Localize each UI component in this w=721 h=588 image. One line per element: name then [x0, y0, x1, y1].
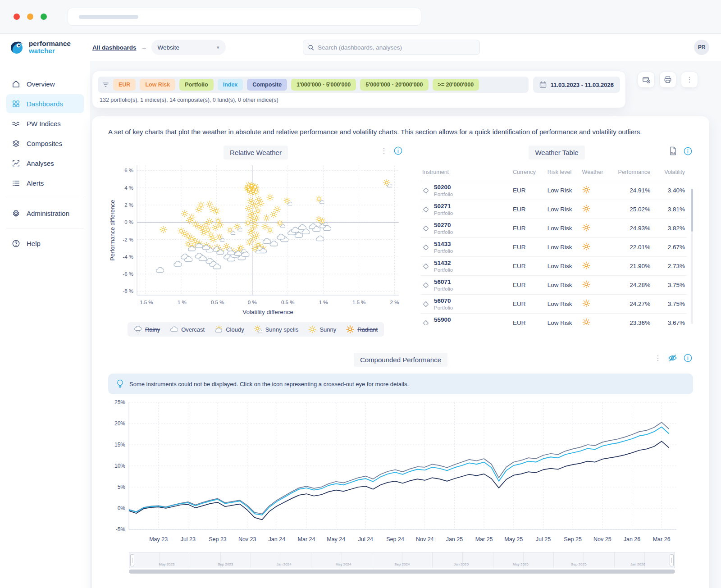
- brush-handle-right[interactable]: [670, 554, 674, 566]
- weather-point-sunny[interactable]: [217, 222, 224, 228]
- info-icon[interactable]: [394, 146, 402, 155]
- filter-chip-low-risk[interactable]: Low Risk: [140, 79, 175, 91]
- weather-point-sunny[interactable]: [262, 223, 269, 230]
- filter-chips-bar[interactable]: EURLow RiskPortfolioIndexComposite1'000'…: [98, 77, 529, 93]
- weather-point-sunny[interactable]: [206, 218, 213, 225]
- weather-point-sunny[interactable]: [187, 217, 193, 224]
- info-icon[interactable]: [684, 354, 692, 362]
- weather-point-sunny[interactable]: [267, 194, 274, 201]
- weather-table-scroll-area[interactable]: InstrumentCurrencyRisk levelWeatherPerfo…: [420, 166, 693, 325]
- minimize-window-button[interactable]: [27, 14, 33, 20]
- relative-weather-chart[interactable]: 6 %4 %2 %0 %-2 %-4 %-6 %-8 %-1.5 %-1 %-0…: [108, 160, 403, 317]
- weather-point-sunny[interactable]: [205, 227, 212, 233]
- weather-point-sunny[interactable]: [210, 236, 217, 243]
- info-icon[interactable]: [684, 147, 692, 155]
- weather-point-sunny-spells[interactable]: [224, 243, 232, 251]
- weather-point-overcast[interactable]: [156, 267, 164, 272]
- table-row[interactable]: 55900PortfolioEURLow Risk23.36%3.67%: [420, 314, 687, 325]
- weather-point-sunny[interactable]: [255, 208, 261, 214]
- breadcrumb-all-dashboards[interactable]: All dashboards: [92, 44, 137, 51]
- weather-point-sunny[interactable]: [160, 226, 167, 233]
- print-button[interactable]: [659, 72, 676, 88]
- weather-point-sunny[interactable]: [181, 210, 188, 217]
- table-row[interactable]: 51432PortfolioEURLow Risk21.90%2.73%: [420, 257, 687, 276]
- column-header-weather[interactable]: Weather: [580, 166, 612, 181]
- weather-point-sunny[interactable]: [206, 201, 213, 208]
- weather-point-overcast[interactable]: [316, 236, 324, 241]
- series-lower-band[interactable]: [129, 441, 669, 520]
- eye-off-icon[interactable]: [668, 354, 677, 362]
- weather-point-sunny-spells[interactable]: [383, 179, 392, 187]
- legend-item-cloudy[interactable]: Cloudy: [214, 325, 244, 333]
- series-upper-band[interactable]: [129, 422, 669, 514]
- weather-point-sunny[interactable]: [263, 214, 270, 221]
- legend-item-sunny-spells[interactable]: Sunny spells: [254, 325, 299, 333]
- sidebar-item-administration[interactable]: Administration: [6, 204, 84, 223]
- sidebar-item-analyses[interactable]: Analyses: [6, 154, 84, 173]
- sidebar-item-dashboards[interactable]: Dashboards: [6, 94, 84, 113]
- more-options-button[interactable]: ⋮: [681, 72, 698, 88]
- legend-item-sunny[interactable]: Sunny: [308, 325, 336, 333]
- weather-point-sunny[interactable]: [247, 213, 254, 220]
- sidebar-item-alerts[interactable]: Alerts: [6, 173, 84, 192]
- weather-point-overcast[interactable]: [292, 227, 299, 232]
- weather-point-sunny-spells[interactable]: [227, 227, 236, 235]
- sidebar-item-help[interactable]: Help: [6, 234, 84, 253]
- column-header-risk-level[interactable]: Risk level: [546, 166, 580, 181]
- global-search[interactable]: [303, 40, 480, 55]
- filter-icon[interactable]: [102, 82, 109, 88]
- weather-point-sunny[interactable]: [245, 220, 251, 227]
- filter-chip-composite[interactable]: Composite: [247, 79, 287, 91]
- weather-point-cloudy[interactable]: [202, 242, 210, 250]
- filter-chip-portfolio[interactable]: Portfolio: [179, 79, 213, 91]
- filter-chip-1-000-000-5-000-000[interactable]: 1'000'000 - 5'000'000: [291, 79, 356, 91]
- weather-point-sunny[interactable]: [251, 217, 257, 224]
- sidebar-item-overview[interactable]: Overview: [6, 74, 84, 93]
- weather-point-sunny-spells[interactable]: [277, 220, 285, 228]
- weather-point-sunny[interactable]: [252, 184, 259, 191]
- add-card-button[interactable]: [638, 72, 655, 88]
- zoom-window-button[interactable]: [41, 14, 47, 20]
- sidebar-item-composites[interactable]: Composites: [6, 134, 84, 153]
- relative-weather-menu-button[interactable]: ⋮: [380, 147, 388, 155]
- weather-point-sunny[interactable]: [214, 208, 220, 214]
- compounded-menu-button[interactable]: ⋮: [654, 355, 662, 362]
- filter-chip-5-000-000-20-000-000[interactable]: 5'000'000 - 20'000'000: [360, 79, 428, 91]
- weather-point-sunny[interactable]: [246, 239, 253, 246]
- column-header-volatility[interactable]: Volatility: [652, 166, 687, 181]
- horizontal-scrollbar[interactable]: [129, 570, 675, 574]
- legend-item-radiant[interactable]: Radiant: [346, 325, 378, 333]
- weather-point-sunny[interactable]: [247, 229, 254, 236]
- table-row[interactable]: 50200PortfolioEURLow Risk24.91%3.40%: [420, 181, 687, 200]
- legend-item-overcast[interactable]: Overcast: [170, 325, 205, 333]
- weather-point-sunny[interactable]: [212, 224, 219, 231]
- weather-point-sunny[interactable]: [267, 227, 274, 233]
- column-header-instrument[interactable]: Instrument: [420, 166, 511, 181]
- weather-point-sunny[interactable]: [246, 205, 252, 212]
- weather-point-sunny[interactable]: [251, 235, 257, 242]
- address-bar[interactable]: [68, 8, 421, 26]
- table-row[interactable]: 50271PortfolioEURLow Risk25.02%3.81%: [420, 200, 687, 219]
- weather-point-sunny[interactable]: [270, 211, 277, 218]
- weather-point-sunny[interactable]: [257, 200, 264, 207]
- time-range-brush[interactable]: May 2023Sep 2023Jan 2024May 2024Sep 2024…: [129, 552, 675, 568]
- weather-point-sunny[interactable]: [252, 189, 259, 196]
- sidebar-item-pw-indices[interactable]: PW Indices: [6, 114, 84, 133]
- weather-point-sunny-spells[interactable]: [284, 198, 292, 205]
- compounded-performance-chart[interactable]: 25%20%15%10%5%0%-5%May 23Jul 23Sep 23Nov…: [108, 398, 683, 547]
- weather-point-overcast[interactable]: [263, 238, 270, 243]
- table-row[interactable]: 56071PortfolioEURLow Risk24.28%3.75%: [420, 276, 687, 295]
- weather-point-sunny[interactable]: [198, 202, 205, 209]
- filter-chip--20-000-000[interactable]: >= 20'000'000: [433, 79, 479, 91]
- brand-logo[interactable]: performance watcher: [0, 40, 92, 55]
- filter-chip-eur[interactable]: EUR: [113, 79, 136, 91]
- legend-item-rainy[interactable]: Rainy: [134, 325, 160, 333]
- table-row[interactable]: 51433PortfolioEURLow Risk22.01%2.67%: [420, 238, 687, 257]
- weather-point-sunny-spells[interactable]: [234, 223, 242, 231]
- brush-handle-left[interactable]: [130, 554, 134, 566]
- close-window-button[interactable]: [14, 14, 20, 20]
- weather-point-sunny-spells[interactable]: [216, 234, 225, 242]
- weather-point-overcast[interactable]: [270, 241, 278, 246]
- column-header-currency[interactable]: Currency: [511, 166, 546, 181]
- search-input[interactable]: [318, 44, 475, 51]
